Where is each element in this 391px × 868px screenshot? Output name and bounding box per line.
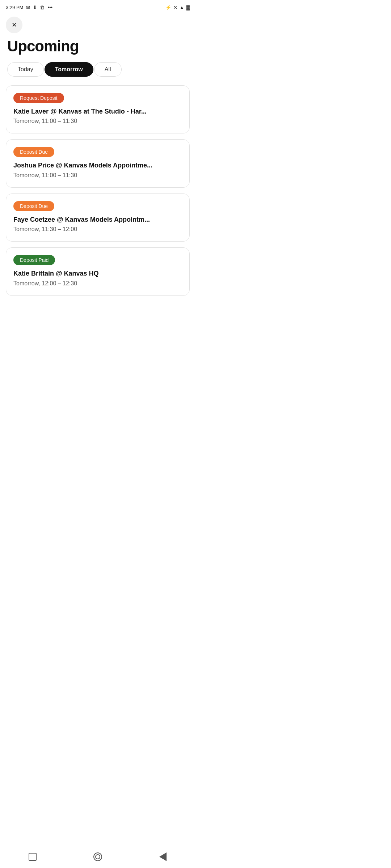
cards-list: Request Deposit Katie Laver @ Kanvas at … bbox=[0, 85, 196, 296]
card-time-4: Tomorrow, 12:00 – 12:30 bbox=[13, 280, 182, 287]
appointment-card-1[interactable]: Request Deposit Katie Laver @ Kanvas at … bbox=[6, 85, 190, 133]
tab-group: Today Tomorrow All bbox=[0, 62, 196, 85]
tab-all[interactable]: All bbox=[94, 62, 122, 77]
bluetooth-icon: ⚡ bbox=[165, 5, 171, 10]
appointment-card-3[interactable]: Deposit Due Faye Coetzee @ Kanvas Models… bbox=[6, 193, 190, 242]
tab-today[interactable]: Today bbox=[7, 62, 44, 77]
appointment-card-4[interactable]: Deposit Paid Katie Brittain @ Kanvas HQ … bbox=[6, 247, 190, 295]
appointment-card-2[interactable]: Deposit Due Joshua Price @ Kanvas Models… bbox=[6, 139, 190, 187]
download-icon: ⬇ bbox=[33, 5, 37, 10]
card-title-2: Joshua Price @ Kanvas Models Appointme..… bbox=[13, 161, 182, 170]
status-left: 3:29 PM ✉ ⬇ 🗑 ••• bbox=[6, 5, 52, 10]
status-right: ⚡ ✕ ▲ ▓ bbox=[165, 5, 190, 10]
badge-deposit-due-2: Deposit Due bbox=[13, 201, 54, 211]
wifi-icon: ▲ bbox=[180, 5, 184, 10]
close-x-icon: ✕ bbox=[173, 5, 177, 10]
badge-deposit-paid: Deposit Paid bbox=[13, 255, 55, 265]
close-icon: ✕ bbox=[12, 21, 17, 29]
tab-tomorrow[interactable]: Tomorrow bbox=[45, 62, 93, 77]
card-time-3: Tomorrow, 11:30 – 12:00 bbox=[13, 226, 182, 233]
close-button[interactable]: ✕ bbox=[6, 17, 22, 33]
status-time: 3:29 PM bbox=[6, 5, 23, 10]
battery-icon: ▓ bbox=[186, 5, 190, 10]
badge-request-deposit: Request Deposit bbox=[13, 93, 64, 103]
card-title-3: Faye Coetzee @ Kanvas Models Appointm... bbox=[13, 216, 182, 224]
trash-icon: 🗑 bbox=[40, 5, 45, 10]
status-bar: 3:29 PM ✉ ⬇ 🗑 ••• ⚡ ✕ ▲ ▓ bbox=[0, 0, 196, 13]
mail-icon: ✉ bbox=[26, 5, 30, 10]
card-title-1: Katie Laver @ Kanvas at The Studio - Har… bbox=[13, 107, 182, 116]
card-title-4: Katie Brittain @ Kanvas HQ bbox=[13, 269, 182, 278]
badge-deposit-due-1: Deposit Due bbox=[13, 147, 54, 157]
more-icon: ••• bbox=[47, 5, 52, 10]
card-time-2: Tomorrow, 11:00 – 11:30 bbox=[13, 172, 182, 179]
card-time-1: Tomorrow, 11:00 – 11:30 bbox=[13, 118, 182, 124]
page-title: Upcoming bbox=[0, 36, 196, 62]
